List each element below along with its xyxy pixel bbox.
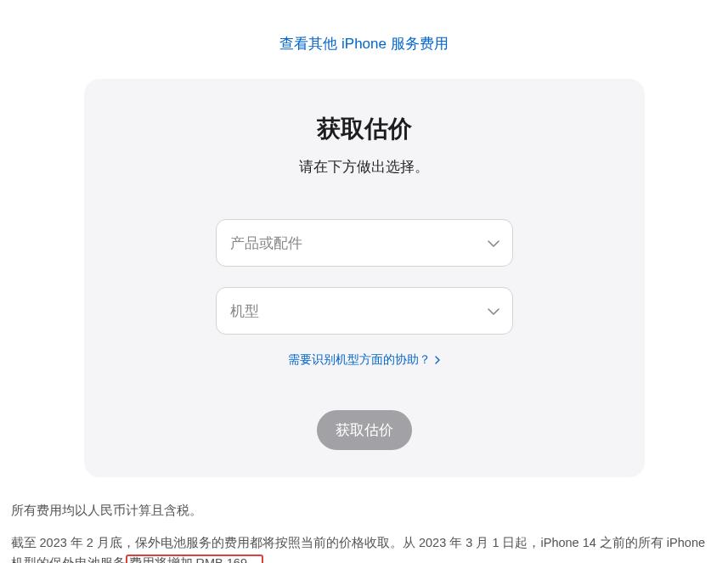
identify-model-help-link[interactable]: 需要识别机型方面的协助？ (288, 352, 441, 366)
top-link-container: 查看其他 iPhone 服务费用 (7, 34, 721, 53)
card-title: 获取估价 (135, 113, 594, 145)
submit-button-label: 获取估价 (336, 422, 393, 438)
footnote-highlight: 费用将增加 RMB 169。 (126, 555, 263, 563)
chevron-right-icon (435, 353, 440, 367)
link-text: 查看其他 iPhone 服务费用 (279, 36, 448, 52)
get-estimate-button[interactable]: 获取估价 (317, 410, 412, 450)
card-subtitle: 请在下方做出选择。 (135, 157, 594, 177)
footnote-prefix: 截至 2023 年 2 月底，保外电池服务的费用都将按照当前的价格收取。从 20… (11, 536, 706, 563)
footnotes: 所有费用均以人民币计算且含税。 截至 2023 年 2 月底，保外电池服务的费用… (8, 501, 721, 563)
help-link-container: 需要识别机型方面的协助？ (135, 352, 594, 368)
estimate-card: 获取估价 请在下方做出选择。 产品或配件 机型 需要识别机型方面的协助？ (84, 79, 645, 477)
model-select-placeholder: 机型 (230, 301, 259, 321)
page-container: 查看其他 iPhone 服务费用 获取估价 请在下方做出选择。 产品或配件 机型… (0, 34, 728, 563)
product-select[interactable]: 产品或配件 (216, 219, 513, 267)
other-services-link[interactable]: 查看其他 iPhone 服务费用 (279, 36, 448, 52)
product-select-wrapper: 产品或配件 (216, 219, 513, 267)
footnote-tax: 所有费用均以人民币计算且含税。 (11, 501, 718, 521)
product-select-placeholder: 产品或配件 (230, 234, 302, 253)
model-select-wrapper: 机型 (216, 287, 513, 335)
footnote-price-change: 截至 2023 年 2 月底，保外电池服务的费用都将按照当前的价格收取。从 20… (11, 533, 718, 563)
help-link-text: 需要识别机型方面的协助？ (288, 352, 431, 366)
model-select[interactable]: 机型 (216, 287, 513, 335)
